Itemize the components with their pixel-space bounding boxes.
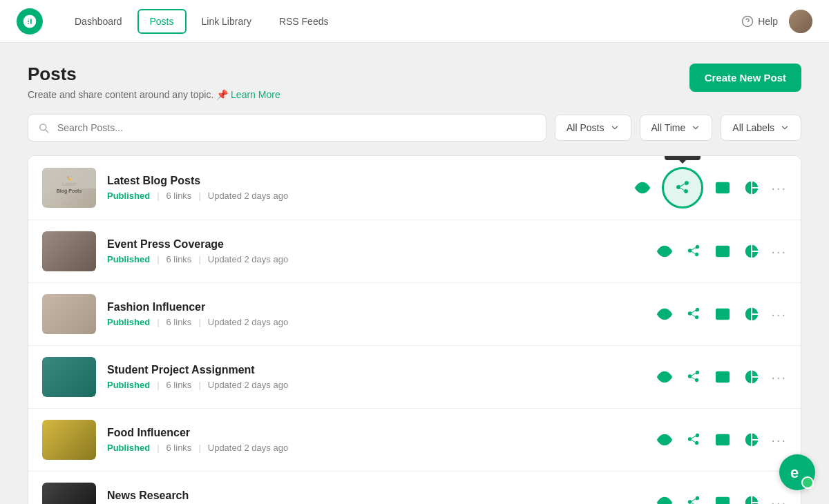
post-meta: Published | 6 links | Updated 2 days ago: [107, 191, 622, 201]
stats-icon[interactable]: [742, 367, 761, 387]
bottom-brand-logo[interactable]: e: [779, 454, 815, 490]
stats-icon[interactable]: [742, 493, 761, 504]
help-label: Help: [758, 16, 778, 27]
post-updated: Updated 2 days ago: [208, 191, 288, 201]
post-thumbnail: [42, 420, 96, 460]
share-icon[interactable]: [684, 367, 703, 387]
more-options-icon[interactable]: ···: [771, 495, 787, 505]
brand-logo[interactable]: e: [17, 8, 43, 35]
stats-icon[interactable]: [742, 242, 761, 261]
nav-rss-feeds[interactable]: RSS Feeds: [267, 9, 341, 34]
svg-point-7: [663, 438, 667, 442]
meta-separator: |: [157, 443, 159, 453]
more-options-icon[interactable]: ···: [771, 369, 787, 385]
status-badge: Published: [107, 254, 150, 264]
email-icon[interactable]: [713, 430, 732, 449]
create-new-post-button[interactable]: Create New Post: [689, 64, 801, 92]
meta-separator-2: |: [198, 317, 200, 327]
all-labels-label: All Labels: [732, 122, 774, 133]
status-badge: Published: [107, 380, 150, 390]
svg-point-6: [663, 375, 667, 379]
all-time-filter[interactable]: All Time: [640, 115, 713, 141]
post-links: 6 links: [166, 254, 192, 264]
main-content: Posts Create and share content around an…: [0, 43, 829, 504]
stats-icon[interactable]: [742, 430, 761, 449]
nav-links: Dashboard Posts Link Library RSS Feeds: [62, 9, 741, 34]
view-icon[interactable]: [655, 493, 674, 504]
post-thumbnail: [42, 357, 96, 397]
more-options-icon[interactable]: ···: [771, 244, 787, 260]
help-button[interactable]: Help: [741, 15, 778, 28]
status-badge: Published: [107, 443, 150, 453]
post-actions: ···: [655, 304, 787, 324]
share-icon[interactable]: [684, 430, 703, 449]
share-button-highlighted[interactable]: Share: [662, 167, 703, 209]
email-icon[interactable]: [713, 367, 732, 387]
search-input[interactable]: [28, 114, 546, 142]
nav-posts[interactable]: Posts: [137, 9, 187, 34]
post-links: 6 links: [166, 317, 192, 327]
bottom-logo-icon: e: [787, 462, 808, 483]
view-icon[interactable]: [655, 242, 674, 261]
meta-separator: |: [157, 317, 159, 327]
status-badge: Published: [107, 191, 150, 201]
post-actions: ···: [655, 430, 787, 449]
avatar-image: [789, 10, 812, 33]
post-item: Food Influencer Published | 6 links | Up…: [28, 409, 801, 472]
post-info: Latest Blog Posts Published | 6 links | …: [107, 175, 622, 201]
view-icon[interactable]: [633, 178, 652, 197]
share-icon: [674, 180, 691, 196]
email-icon[interactable]: [713, 242, 732, 261]
view-icon[interactable]: [655, 430, 674, 449]
share-icon[interactable]: [684, 493, 703, 504]
help-icon: [741, 15, 754, 28]
svg-text:e: e: [790, 464, 799, 481]
all-posts-label: All Posts: [566, 122, 604, 133]
chevron-down-icon: [610, 123, 620, 133]
post-name: Fashion Influencer: [107, 301, 644, 313]
search-icon: [37, 122, 50, 134]
share-icon[interactable]: [684, 304, 703, 324]
page-header: Posts Create and share content around an…: [28, 64, 801, 100]
stats-icon[interactable]: [742, 178, 761, 197]
more-options-icon[interactable]: ···: [771, 307, 787, 322]
post-item: Fashion Influencer Published | 6 links |…: [28, 283, 801, 346]
all-posts-filter[interactable]: All Posts: [555, 115, 631, 141]
post-item: Event Press Coverage Published | 6 links…: [28, 220, 801, 283]
learn-more-link[interactable]: Learn More: [231, 89, 280, 100]
post-actions: ···: [655, 367, 787, 387]
share-icon[interactable]: [684, 242, 703, 261]
email-icon[interactable]: [713, 493, 732, 504]
view-icon[interactable]: [655, 304, 674, 324]
stats-icon[interactable]: [742, 304, 761, 324]
status-badge: Published: [107, 317, 150, 327]
meta-separator: |: [157, 254, 159, 264]
post-item: News Research Published | 6 links | Upda…: [28, 472, 801, 504]
all-labels-filter[interactable]: All Labels: [721, 115, 801, 141]
email-icon[interactable]: [713, 304, 732, 324]
filters-bar: All Posts All Time All Labels: [28, 114, 801, 142]
share-tooltip-text: Share: [665, 155, 701, 160]
post-info: News Research Published | 6 links | Upda…: [107, 490, 644, 504]
online-indicator: [804, 479, 814, 489]
post-info: Event Press Coverage Published | 6 links…: [107, 238, 644, 264]
svg-point-5: [663, 312, 667, 316]
nav-dashboard[interactable]: Dashboard: [62, 9, 135, 34]
post-info: Student Project Assignment Published | 6…: [107, 364, 644, 390]
tooltip-arrow: [679, 160, 686, 164]
page-title-section: Posts Create and share content around an…: [28, 64, 280, 100]
post-updated: Updated 2 days ago: [208, 380, 288, 390]
post-thumbnail: [42, 294, 96, 334]
more-options-icon[interactable]: ···: [771, 180, 787, 196]
email-icon[interactable]: [713, 178, 732, 197]
post-meta: Published | 6 links | Updated 2 days ago: [107, 443, 644, 453]
more-options-icon[interactable]: ···: [771, 432, 787, 448]
view-icon[interactable]: [655, 367, 674, 387]
svg-text:e: e: [25, 14, 31, 27]
user-avatar[interactable]: [789, 10, 812, 33]
post-updated: Updated 2 days ago: [208, 317, 288, 327]
meta-separator-2: |: [198, 443, 200, 453]
nav-link-library[interactable]: Link Library: [189, 9, 264, 34]
logo-e-icon: e: [22, 14, 37, 29]
page-title: Posts: [28, 64, 280, 85]
